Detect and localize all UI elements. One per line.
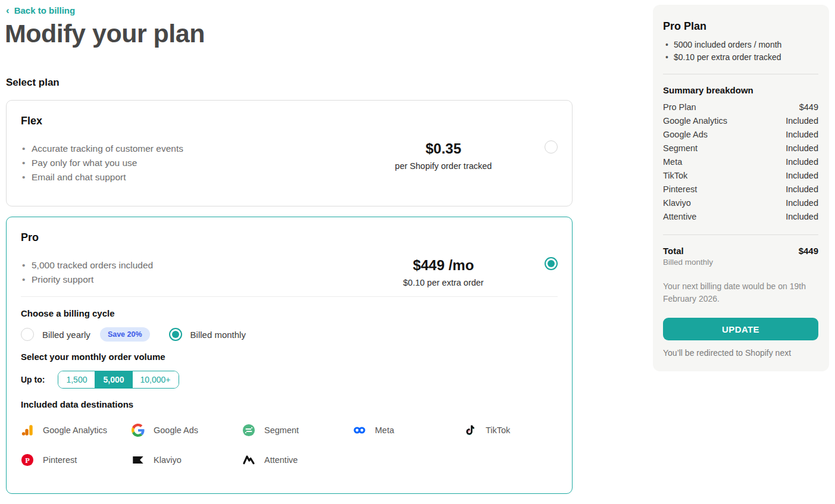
destination-label: Klaviyo: [154, 455, 182, 465]
summary-row-value: Included: [786, 196, 818, 210]
summary-row: KlaviyoIncluded: [663, 196, 818, 210]
flex-plan-radio[interactable]: [545, 140, 558, 154]
summary-row-label: Klaviyo: [663, 196, 691, 210]
segment-icon: [242, 424, 255, 437]
summary-row: PinterestIncluded: [663, 183, 818, 196]
shopify-redirect-note: You’ll be redirected to Shopify next: [663, 348, 818, 358]
summary-row-label: Pro Plan: [663, 101, 696, 114]
up-to-label: Up to:: [21, 375, 45, 384]
billed-monthly-label: Billed monthly: [190, 330, 246, 340]
summary-bullet: 5000 included orders / month: [663, 39, 818, 51]
flex-feature-item: Accurate tracking of customer events: [21, 142, 375, 156]
flex-price-caption: per Shopify order tracked: [375, 161, 512, 171]
flex-plan-card[interactable]: Flex Accurate tracking of customer event…: [6, 100, 573, 206]
sidebar-divider: [663, 234, 818, 235]
flex-feature-item: Email and chat support: [21, 170, 375, 184]
summary-plan-title: Pro Plan: [663, 20, 818, 33]
billed-yearly-radio[interactable]: [21, 328, 34, 341]
billing-cycle-heading: Choose a billing cycle: [21, 308, 558, 318]
pro-feature-item: 5,000 tracked orders included: [21, 258, 375, 273]
destination-segment: Segment: [242, 424, 353, 437]
tiktok-icon: [464, 424, 477, 437]
destination-google-analytics: Google Analytics: [21, 424, 132, 437]
page-title: Modify your plan: [5, 19, 205, 48]
modify-plan-page: ‹ Back to billing Modify your plan Selec…: [0, 0, 835, 504]
billed-yearly-label: Billed yearly: [42, 330, 90, 340]
summary-plan-bullets: 5000 included orders / month $0.10 per e…: [663, 39, 818, 63]
summary-row-label: Pinterest: [663, 183, 697, 196]
destination-label: Pinterest: [43, 455, 77, 465]
summary-row: TikTokIncluded: [663, 169, 818, 183]
flex-price-block: $0.35 per Shopify order tracked: [375, 140, 512, 171]
order-volume-heading: Select your monthly order volume: [21, 352, 558, 362]
summary-bullet: $0.10 per extra order tracked: [663, 51, 818, 64]
summary-row-label: Google Ads: [663, 128, 708, 142]
destination-tiktok: TikTok: [464, 424, 574, 437]
summary-row-value: $449: [799, 101, 818, 114]
google-g-icon: [132, 424, 145, 437]
summary-row-value: Included: [786, 155, 818, 169]
total-value: $449: [799, 246, 818, 256]
pro-card-divider: [21, 296, 558, 297]
billed-yearly-option[interactable]: Billed yearly Save 20%: [21, 327, 150, 342]
meta-icon: [353, 424, 366, 437]
summary-row: AttentiveIncluded: [663, 210, 818, 224]
flex-plan-name: Flex: [21, 115, 558, 127]
summary-row-label: Google Analytics: [663, 114, 727, 128]
volume-option-5000[interactable]: 5,000: [95, 371, 132, 388]
pro-plan-card[interactable]: Pro 5,000 tracked orders included Priori…: [6, 217, 573, 494]
summary-row-value: Included: [786, 169, 818, 183]
back-link-label: Back to billing: [14, 5, 76, 15]
summary-row: Pro Plan$449: [663, 101, 818, 114]
destination-label: Google Analytics: [43, 425, 107, 435]
summary-row: Google AdsIncluded: [663, 128, 818, 142]
plan-summary-panel: Pro Plan 5000 included orders / month $0…: [653, 5, 829, 371]
summary-row-label: TikTok: [663, 169, 687, 183]
volume-option-1500[interactable]: 1,500: [58, 371, 95, 388]
summary-row-value: Included: [786, 128, 818, 142]
summary-row-label: Meta: [663, 155, 682, 169]
total-row: Total $449: [663, 246, 818, 256]
chevron-left-icon: ‹: [6, 5, 10, 15]
pro-plan-radio[interactable]: [545, 257, 558, 270]
summary-row-value: Included: [786, 114, 818, 128]
destination-attentive: Attentive: [242, 453, 353, 467]
next-billing-date-note: Your next billing date would be on 19th …: [663, 280, 812, 305]
select-plan-heading: Select plan: [6, 77, 60, 89]
summary-row-value: Included: [786, 142, 818, 155]
summary-row-value: Included: [786, 183, 818, 196]
pro-price: $449 /mo: [375, 257, 512, 274]
destination-label: Attentive: [264, 455, 298, 465]
summary-row-label: Segment: [663, 142, 698, 155]
order-volume-row: Up to: 1,500 5,000 10,000+: [21, 371, 558, 389]
total-label: Total: [663, 246, 684, 256]
destination-label: Meta: [375, 425, 394, 435]
summary-breakdown-heading: Summary breakdown: [663, 85, 818, 95]
pro-price-caption: $0.10 per extra order: [375, 278, 512, 287]
order-volume-segmented-control: 1,500 5,000 10,000+: [58, 371, 179, 389]
volume-option-10000-plus[interactable]: 10,000+: [132, 371, 179, 388]
flex-features-list: Accurate tracking of customer events Pay…: [21, 142, 375, 184]
klaviyo-icon: [132, 453, 145, 467]
pro-plan-name: Pro: [21, 231, 558, 244]
billing-cycle-options: Billed yearly Save 20% Billed monthly: [21, 327, 558, 342]
summary-row-value: Included: [786, 210, 818, 224]
pro-features-list: 5,000 tracked orders included Priority s…: [21, 258, 375, 287]
destination-label: TikTok: [486, 425, 510, 435]
sidebar-divider: [663, 74, 818, 74]
billed-monthly-option[interactable]: Billed monthly: [169, 328, 246, 341]
destination-label: Google Ads: [154, 425, 198, 435]
summary-row: Google AnalyticsIncluded: [663, 114, 818, 128]
billed-monthly-radio[interactable]: [169, 328, 182, 341]
flex-feature-item: Pay only for what you use: [21, 156, 375, 170]
summary-row-label: Attentive: [663, 210, 696, 224]
destination-label: Segment: [264, 425, 299, 435]
destinations-grid: Google Analytics Google Ads Segment Meta: [21, 415, 558, 475]
back-to-billing-link[interactable]: ‹ Back to billing: [6, 5, 75, 15]
update-button[interactable]: UPDATE: [663, 318, 818, 340]
summary-row: MetaIncluded: [663, 155, 818, 169]
pinterest-icon: P: [21, 453, 34, 467]
google-analytics-icon: [21, 424, 34, 437]
flex-price: $0.35: [375, 140, 512, 157]
total-billing-cadence: Billed monthly: [663, 258, 818, 267]
